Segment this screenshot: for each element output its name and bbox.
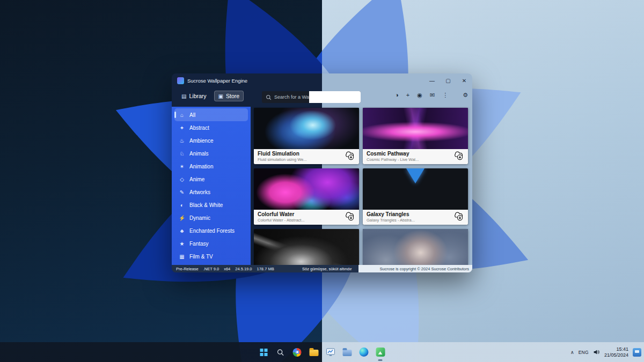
wallpaper-card-galaxy-triangles[interactable]: Galaxy Triangles Galaxy Triangles - Abst…: [363, 168, 468, 225]
sidebar-item-black-white[interactable]: ◐ Black & White: [174, 198, 248, 211]
monitor-app-icon: [326, 348, 335, 357]
tab-library[interactable]: ▤ Library: [177, 91, 211, 101]
tray-chevron-up-icon[interactable]: ∧: [570, 350, 574, 355]
card-subtitle: Galaxy Triangles - Abstra...: [367, 218, 464, 223]
settings-icon[interactable]: ⚙: [463, 92, 468, 98]
theme-toggle-icon[interactable]: ◑: [395, 92, 399, 98]
status-bar: Pre-Release .NET 9.0 x64 24.5.19.0 178.7…: [172, 265, 472, 272]
tab-store[interactable]: ▣ Store: [214, 91, 244, 101]
sidebar-item-animation[interactable]: ✶ Animation: [174, 160, 248, 173]
edge-browser-icon: [359, 348, 368, 357]
sidebar-item-fantasy[interactable]: ★ Fantasy: [174, 237, 248, 250]
tray-time: 15:41: [604, 346, 628, 352]
card-title: Cosmic Pathway: [367, 151, 464, 157]
card-subtitle: Fluid simulation using We...: [258, 157, 355, 162]
black-white-icon: ◐: [179, 202, 185, 208]
sidebar-item-abstract[interactable]: ✦ Abstract: [174, 121, 248, 134]
anime-icon: ◇: [179, 176, 185, 182]
taskbar-search-button[interactable]: [274, 345, 288, 359]
feedback-icon[interactable]: ✉: [430, 92, 435, 98]
taskbar-edge-button[interactable]: [357, 345, 371, 359]
desktop: Sucrose Wallpaper Engine — ▢ ✕ ▤ Library…: [0, 0, 644, 362]
app-logo-icon: [177, 77, 184, 84]
titlebar[interactable]: Sucrose Wallpaper Engine — ▢ ✕: [172, 73, 472, 87]
download-icon[interactable]: [452, 209, 465, 222]
library-icon: ▤: [181, 93, 186, 99]
sidebar-item-all[interactable]: ⌂ All: [174, 108, 248, 121]
tray-language-indicator[interactable]: ENG: [579, 350, 589, 355]
tray-clock[interactable]: 15:41 21/05/2024: [604, 346, 628, 358]
minimize-button[interactable]: —: [424, 73, 440, 87]
sidebar-item-anime[interactable]: ◇ Anime: [174, 173, 248, 186]
tray-volume-icon[interactable]: [593, 349, 600, 356]
all-icon: ⌂: [179, 112, 185, 118]
status-prerelease: Pre-Release: [176, 267, 199, 271]
file-explorer-icon: [309, 350, 318, 356]
taskbar-file-explorer-button[interactable]: [307, 345, 321, 359]
card-title: Galaxy Triangles: [367, 211, 464, 218]
search-icon: [277, 349, 284, 356]
sidebar-item-film-tv[interactable]: ▦ Film & TV: [174, 250, 248, 263]
wallpaper-card-cosmic-pathway[interactable]: Cosmic Pathway Cosmic Pathway - Live Wal…: [363, 108, 468, 164]
tray-date: 21/05/2024: [604, 352, 628, 358]
status-memory: 178.7 MB: [257, 267, 274, 271]
view-tabs: ▤ Library ▣ Store: [177, 91, 244, 101]
taskbar-documents-button[interactable]: [340, 345, 354, 359]
card-title: Colorful Water: [258, 211, 355, 218]
sidebar-item-dynamic[interactable]: ⚡ Dynamic: [174, 211, 248, 224]
browser-icon: [293, 348, 302, 357]
wallpaper-thumbnail: [254, 108, 359, 149]
download-icon[interactable]: [343, 149, 356, 161]
animation-icon: ✶: [179, 164, 185, 169]
category-sidebar: ⌂ All ✦ Abstract ♨ Ambience ♘ Animals ✶: [172, 107, 251, 265]
wallpaper-card-partial-1[interactable]: [254, 229, 359, 265]
status-version: 24.5.19.0: [235, 267, 252, 271]
status-arch: x64: [224, 267, 230, 271]
status-dotnet: .NET 9.0: [203, 267, 219, 271]
wallpaper-thumbnail: [254, 168, 359, 210]
toolbar: ▤ Library ▣ Store Search for a Wallpaper…: [172, 87, 472, 107]
wallpaper-card-colorful-water[interactable]: Colorful Water Colorful Water - Abstract…: [254, 168, 359, 225]
add-wallpaper-icon[interactable]: +: [406, 92, 409, 98]
download-icon[interactable]: [343, 209, 356, 222]
taskbar-sucrose-app-button[interactable]: [374, 345, 387, 359]
windows-logo-icon: [260, 349, 268, 356]
wallpaper-card-fluid-simulation[interactable]: Fluid Simulation Fluid simulation using …: [254, 108, 359, 164]
enchanted-forests-icon: ♣: [179, 228, 185, 234]
wallpaper-grid: Fluid Simulation Fluid simulation using …: [251, 107, 472, 265]
taskbar-browser-button[interactable]: [290, 345, 304, 359]
tray-notifications-button[interactable]: [633, 348, 641, 357]
sidebar-item-animals[interactable]: ♘ Animals: [174, 147, 248, 160]
search-input[interactable]: [309, 91, 361, 103]
status-copyright: Sucrose is copyright © 2024 Sucrose Cont…: [380, 267, 469, 271]
sidebar-item-enchanted-forests[interactable]: ♣ Enchanted Forests: [174, 224, 248, 237]
record-icon[interactable]: ◉: [417, 92, 422, 98]
taskbar-monitor-app-button[interactable]: [324, 345, 338, 359]
search-bar[interactable]: Search for a Wallpaper: [262, 91, 361, 103]
store-icon: ▣: [218, 93, 223, 99]
card-title: Fluid Simulation: [258, 151, 355, 157]
status-message: Söz gümüşse, sükût altındır: [302, 267, 352, 271]
notifications-icon: [633, 348, 641, 357]
wallpaper-thumbnail: [363, 229, 468, 265]
wallpaper-thumbnail: [363, 108, 468, 149]
system-tray: ∧ ENG 15:41 21/05/2024: [570, 342, 641, 362]
close-button[interactable]: ✕: [456, 73, 472, 87]
film-tv-icon: ▦: [179, 254, 185, 260]
download-icon[interactable]: [452, 149, 465, 161]
start-button[interactable]: [257, 345, 271, 359]
wallpaper-thumbnail: [254, 229, 359, 265]
wallpaper-app-icon: [376, 348, 385, 357]
animals-icon: ♘: [179, 151, 185, 157]
wallpaper-card-partial-2[interactable]: [363, 229, 468, 265]
sidebar-item-artworks[interactable]: ✎ Artworks: [174, 186, 248, 198]
sidebar-item-ambience[interactable]: ♨ Ambience: [174, 134, 248, 147]
taskbar: ∧ ENG 15:41 21/05/2024: [0, 342, 644, 362]
maximize-button[interactable]: ▢: [440, 73, 456, 87]
window-title: Sucrose Wallpaper Engine: [187, 78, 247, 84]
card-subtitle: Cosmic Pathway - Live Wal...: [367, 157, 464, 162]
dynamic-icon: ⚡: [179, 215, 185, 221]
more-options-icon[interactable]: ⋮: [442, 92, 448, 98]
ambience-icon: ♨: [179, 138, 185, 144]
fantasy-icon: ★: [179, 241, 185, 247]
